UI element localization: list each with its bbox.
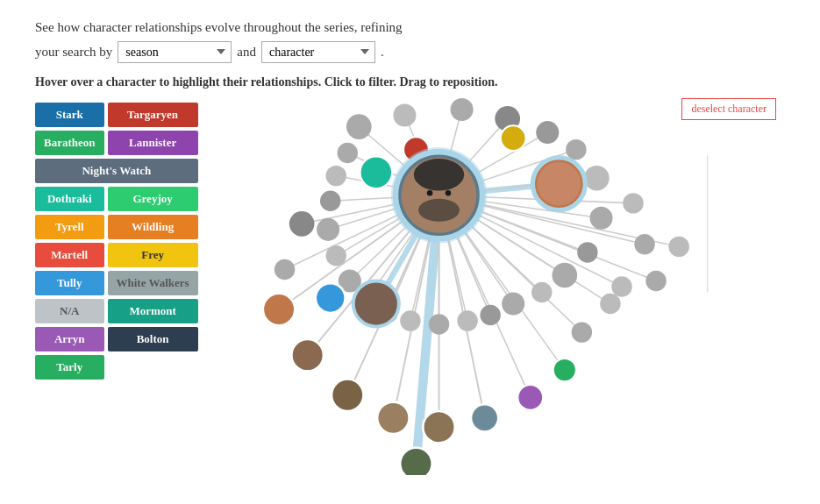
node[interactable]: [634, 234, 654, 254]
node-tormund[interactable]: [263, 293, 295, 324]
legend-tully[interactable]: Tully: [35, 271, 104, 295]
node[interactable]: [325, 245, 346, 266]
node[interactable]: [400, 310, 420, 330]
description-text: See how character relationships evolve t…: [35, 18, 649, 63]
node[interactable]: [577, 242, 597, 262]
legend-dothraki[interactable]: Dothraki: [35, 187, 104, 211]
node[interactable]: [450, 98, 473, 121]
and-label: and: [237, 42, 256, 62]
node[interactable]: [325, 165, 346, 185]
node[interactable]: [501, 125, 526, 151]
node[interactable]: [668, 236, 688, 256]
legend-wildling[interactable]: Wildling: [108, 215, 198, 239]
legend-bolton[interactable]: Bolton: [108, 327, 198, 351]
legend-nights-watch[interactable]: Night's Watch: [35, 159, 198, 183]
legend-targaryen[interactable]: Targaryen: [108, 103, 198, 127]
character-select[interactable]: character Jon Snow Daenerys Tyrion Cerse…: [261, 41, 375, 63]
deselect-button[interactable]: deselect character: [681, 98, 776, 120]
node[interactable]: [553, 358, 575, 381]
legend-stark[interactable]: Stark: [35, 103, 104, 127]
legend-tarly[interactable]: Tarly: [35, 355, 104, 380]
node[interactable]: [517, 385, 543, 410]
node[interactable]: [480, 304, 500, 324]
node[interactable]: [275, 259, 295, 279]
legend-white-walkers[interactable]: White Walkers: [108, 271, 198, 295]
legend-arryn[interactable]: Arryn: [35, 327, 104, 351]
node[interactable]: [600, 293, 620, 313]
network-graph: [207, 98, 785, 475]
node[interactable]: [457, 310, 477, 330]
house-legend: Stark Targaryen Baratheon Lannister Nigh…: [35, 98, 198, 475]
node[interactable]: [584, 165, 610, 190]
node[interactable]: [320, 190, 340, 210]
node[interactable]: [332, 379, 363, 410]
svg-point-49: [445, 189, 451, 195]
node[interactable]: [552, 262, 577, 287]
desc-line1: See how character relationships evolve t…: [35, 20, 403, 34]
legend-tyrell[interactable]: Tyrell: [35, 215, 104, 239]
node[interactable]: [393, 103, 416, 126]
legend-baratheon[interactable]: Baratheon: [35, 131, 104, 155]
node[interactable]: [346, 114, 372, 139]
node[interactable]: [428, 314, 448, 334]
node[interactable]: [531, 281, 552, 302]
node[interactable]: [589, 206, 612, 229]
desc-line2: your search by: [35, 42, 112, 62]
svg-point-47: [418, 198, 460, 221]
network-area: deselect character: [207, 98, 785, 475]
legend-lannister[interactable]: Lannister: [108, 131, 198, 155]
legend-na[interactable]: N/A: [35, 299, 104, 323]
node[interactable]: [611, 276, 631, 296]
node[interactable]: [317, 217, 339, 240]
node[interactable]: [536, 121, 559, 144]
legend-greyjoy[interactable]: Greyjoy: [108, 187, 198, 211]
node[interactable]: [423, 411, 454, 443]
node[interactable]: [360, 156, 391, 188]
season-select[interactable]: season Season 1 Season 2 Season 3 Season…: [118, 41, 232, 63]
svg-point-48: [427, 189, 433, 195]
node[interactable]: [571, 322, 591, 342]
svg-point-44: [537, 161, 581, 205]
legend-martell[interactable]: Martell: [35, 243, 104, 267]
node[interactable]: [291, 338, 323, 370]
legend-mormont[interactable]: Mormont: [108, 299, 198, 323]
node-strong-connection2[interactable]: [353, 280, 398, 326]
period-text: .: [381, 42, 384, 62]
node-tarly[interactable]: [400, 447, 431, 474]
instruction-text: Hover over a character to highlight thei…: [35, 75, 785, 89]
svg-point-46: [414, 159, 464, 190]
node[interactable]: [315, 283, 345, 313]
node[interactable]: [377, 401, 409, 433]
node[interactable]: [645, 270, 666, 290]
node[interactable]: [566, 138, 586, 159]
node[interactable]: [471, 404, 498, 431]
legend-frey[interactable]: Frey: [108, 243, 198, 267]
node[interactable]: [502, 292, 524, 315]
node[interactable]: [623, 193, 643, 213]
node[interactable]: [337, 142, 357, 162]
main-content: Stark Targaryen Baratheon Lannister Nigh…: [35, 98, 785, 475]
node[interactable]: [289, 211, 314, 237]
